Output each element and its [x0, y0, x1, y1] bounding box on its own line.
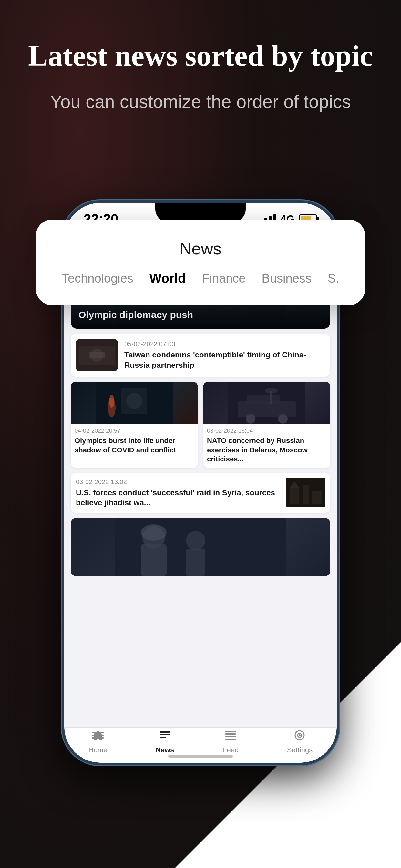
svg-rect-28 [303, 485, 309, 504]
svg-point-16 [126, 393, 143, 409]
svg-point-35 [186, 531, 205, 550]
svg-rect-42 [160, 737, 166, 738]
article-card-1-date: 04-02-2022 20:57 [74, 428, 194, 434]
tab-business[interactable]: Business [262, 272, 312, 285]
tab-news-label: News [156, 746, 174, 754]
home-icon [92, 730, 104, 744]
notch [155, 203, 246, 222]
svg-rect-13 [89, 352, 105, 359]
article-card-1-body: 04-02-2022 20:57 Olympics burst into lif… [71, 424, 198, 459]
svg-point-33 [141, 524, 166, 540]
svg-rect-29 [312, 491, 322, 504]
svg-rect-46 [225, 739, 236, 740]
tab-feed-label: Feed [222, 746, 239, 754]
svg-rect-21 [247, 395, 280, 404]
svg-rect-27 [289, 488, 299, 504]
svg-rect-36 [186, 549, 205, 576]
article-card-1[interactable]: 04-02-2022 20:57 Olympics burst into lif… [71, 382, 198, 468]
main-title: Latest news sorted by topic [26, 39, 375, 73]
article-card-2-title: NATO concerned by Russian exercises in B… [207, 436, 327, 464]
svg-rect-40 [160, 732, 170, 733]
phone-wrapper: 22:20 4G [62, 200, 339, 765]
tab-settings-label: Settings [287, 746, 313, 754]
home-indicator [168, 755, 233, 757]
article-thumb-taiwan [76, 339, 118, 371]
article-card-2-date: 03-02-2022 16:04 [207, 428, 327, 434]
svg-point-22 [246, 414, 255, 424]
tab-feed[interactable]: Feed [222, 730, 239, 754]
tab-home-label: Home [89, 746, 107, 754]
news-icon [159, 730, 171, 744]
svg-point-23 [278, 414, 288, 424]
header-section: Latest news sorted by topic You can cust… [0, 39, 401, 114]
article-right-thumb [286, 478, 325, 507]
notification-card-title: News [62, 239, 339, 258]
svg-rect-34 [141, 544, 166, 576]
svg-rect-44 [225, 733, 236, 735]
article-row-2[interactable]: 03-02-2022 13:02 U.S. forces conduct 'su… [71, 473, 330, 513]
tab-world[interactable]: World [150, 271, 186, 286]
article-bottom[interactable] [71, 518, 330, 576]
tab-finance[interactable]: Finance [202, 272, 245, 285]
article-row-1[interactable]: 05-02-2022 07:03 Taiwan condemns 'contem… [71, 334, 330, 376]
article-card-2[interactable]: 03-02-2022 16:04 NATO concerned by Russi… [203, 382, 330, 468]
article-row-1-content: 05-02-2022 07:03 Taiwan condemns 'contem… [124, 340, 325, 370]
article-row-1-title: Taiwan condemns 'contemptible' timing of… [124, 350, 325, 370]
tab-technologies[interactable]: Technologies [62, 272, 133, 285]
tab-home[interactable]: Home [89, 730, 107, 754]
article-card-2-body: 03-02-2022 16:04 NATO concerned by Russi… [203, 424, 330, 468]
feed-icon [225, 730, 236, 744]
tabs-row: Technologies World Finance Business S... [62, 271, 339, 286]
notification-card: News Technologies World Finance Business… [36, 220, 365, 305]
svg-rect-41 [160, 734, 170, 735]
settings-icon [294, 730, 305, 744]
article-card-2-img [203, 382, 330, 424]
article-row-2-content: 03-02-2022 13:02 U.S. forces conduct 'su… [76, 478, 280, 507]
svg-rect-45 [225, 736, 236, 737]
articles-grid: 04-02-2022 20:57 Olympics burst into lif… [71, 382, 330, 468]
sub-title: You can customize the order of topics [26, 89, 375, 114]
tab-news[interactable]: News [156, 730, 174, 754]
svg-point-48 [299, 734, 301, 736]
news-content: 05-02-2022 10:01 China's Xi meets four m… [64, 235, 337, 727]
article-card-1-img [71, 382, 198, 424]
article-row-2-title: U.S. forces conduct 'successful' raid in… [76, 488, 280, 507]
svg-point-18 [109, 395, 114, 407]
svg-rect-39 [92, 737, 104, 739]
article-card-1-title: Olympics burst into life under shadow of… [74, 436, 194, 455]
article-row-2-date: 03-02-2022 13:02 [76, 478, 280, 486]
article-row-1-date: 05-02-2022 07:03 [124, 340, 325, 348]
tab-settings[interactable]: Settings [287, 730, 313, 754]
tab-more[interactable]: S... [328, 272, 339, 285]
svg-rect-43 [225, 731, 236, 732]
svg-point-25 [265, 388, 278, 393]
